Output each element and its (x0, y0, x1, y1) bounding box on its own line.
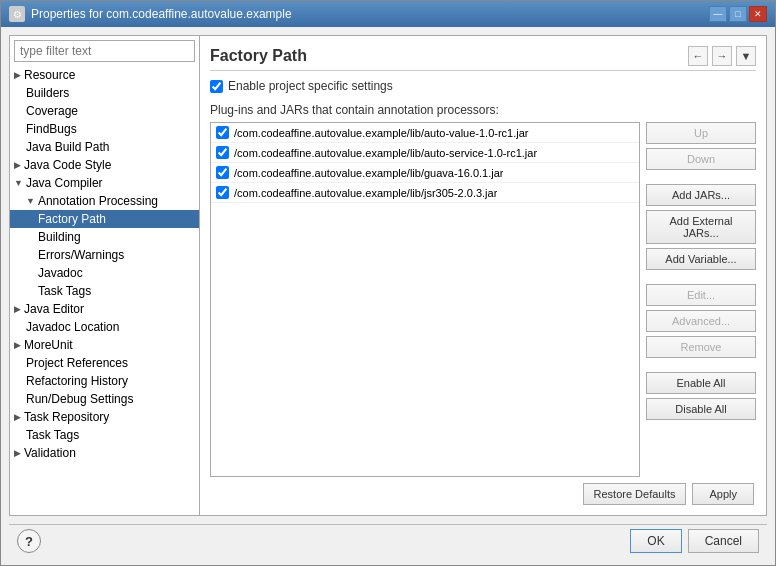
sidebar-item-label: Java Build Path (26, 140, 109, 154)
up-button[interactable]: Up (646, 122, 756, 144)
sidebar-item-label: Coverage (26, 104, 78, 118)
apply-button[interactable]: Apply (692, 483, 754, 505)
sidebar-item-java-compiler[interactable]: ▼ Java Compiler (10, 174, 199, 192)
window-icon: ⚙ (9, 6, 25, 22)
back-button[interactable]: ← (688, 46, 708, 66)
sidebar-item-project-references[interactable]: Project References (10, 354, 199, 372)
add-external-jars-button[interactable]: Add External JARs... (646, 210, 756, 244)
jars-list[interactable]: /com.codeaffine.autovalue.example/lib/au… (210, 122, 640, 477)
enable-project-settings-checkbox[interactable] (210, 80, 223, 93)
add-variable-button[interactable]: Add Variable... (646, 248, 756, 270)
expand-arrow: ▶ (14, 340, 21, 350)
plugins-label: Plug-ins and JARs that contain annotatio… (210, 103, 756, 117)
panel-toolbar: ← → ▼ (688, 46, 756, 66)
jar-item-4[interactable]: /com.codeaffine.autovalue.example/lib/js… (211, 183, 639, 203)
sidebar-item-label: Annotation Processing (38, 194, 158, 208)
dialog-content: ▶ Resource Builders Coverage FindBugs (1, 27, 775, 565)
disable-all-button[interactable]: Disable All (646, 398, 756, 420)
sidebar-item-label: Java Code Style (24, 158, 111, 172)
maximize-button[interactable]: □ (729, 6, 747, 22)
down-button[interactable]: Down (646, 148, 756, 170)
sidebar-item-java-code-style[interactable]: ▶ Java Code Style (10, 156, 199, 174)
properties-dialog: ⚙ Properties for com.codeaffine.autovalu… (0, 0, 776, 566)
minimize-button[interactable]: — (709, 6, 727, 22)
bottom-bar: Restore Defaults Apply (210, 477, 756, 505)
jar-checkbox-4[interactable] (216, 186, 229, 199)
sidebar-item-label: Task Tags (38, 284, 91, 298)
dialog-bottom: ? OK Cancel (9, 524, 767, 557)
sidebar-item-coverage[interactable]: Coverage (10, 102, 199, 120)
sidebar-item-refactoring-history[interactable]: Refactoring History (10, 372, 199, 390)
jar-checkbox-3[interactable] (216, 166, 229, 179)
panel-body: /com.codeaffine.autovalue.example/lib/au… (210, 122, 756, 477)
add-jars-button[interactable]: Add JARs... (646, 184, 756, 206)
sidebar-item-task-tags2[interactable]: Task Tags (10, 426, 199, 444)
sidebar-item-javadoc[interactable]: Javadoc (10, 264, 199, 282)
sidebar-item-moreunit[interactable]: ▶ MoreUnit (10, 336, 199, 354)
action-buttons: Up Down Add JARs... Add External JARs...… (646, 122, 756, 477)
jar-checkbox-2[interactable] (216, 146, 229, 159)
enable-project-settings-label: Enable project specific settings (228, 79, 393, 93)
sidebar-item-building[interactable]: Building (10, 228, 199, 246)
jar-item-3[interactable]: /com.codeaffine.autovalue.example/lib/gu… (211, 163, 639, 183)
jar-path-4: /com.codeaffine.autovalue.example/lib/js… (234, 187, 497, 199)
jar-checkbox-1[interactable] (216, 126, 229, 139)
sidebar-item-task-repository[interactable]: ▶ Task Repository (10, 408, 199, 426)
sidebar-item-label: Task Tags (26, 428, 79, 442)
expand-arrow: ▶ (14, 412, 21, 422)
dialog-bottom-buttons: OK Cancel (630, 529, 759, 553)
titlebar-left: ⚙ Properties for com.codeaffine.autovalu… (9, 6, 292, 22)
titlebar-buttons: — □ ✕ (709, 6, 767, 22)
jar-path-1: /com.codeaffine.autovalue.example/lib/au… (234, 127, 529, 139)
sidebar-item-label: Java Compiler (26, 176, 103, 190)
restore-defaults-button[interactable]: Restore Defaults (583, 483, 687, 505)
sidebar-item-resource[interactable]: ▶ Resource (10, 66, 199, 84)
sidebar-item-label: FindBugs (26, 122, 77, 136)
dropdown-button[interactable]: ▼ (736, 46, 756, 66)
edit-button[interactable]: Edit... (646, 284, 756, 306)
close-button[interactable]: ✕ (749, 6, 767, 22)
ok-button[interactable]: OK (630, 529, 681, 553)
cancel-button[interactable]: Cancel (688, 529, 759, 553)
jar-item-2[interactable]: /com.codeaffine.autovalue.example/lib/au… (211, 143, 639, 163)
sidebar-item-label: Java Editor (24, 302, 84, 316)
filter-input[interactable] (14, 40, 195, 62)
enable-all-button[interactable]: Enable All (646, 372, 756, 394)
right-panel: Factory Path ← → ▼ Enable project specif… (200, 36, 766, 515)
sidebar-item-java-build-path[interactable]: Java Build Path (10, 138, 199, 156)
sidebar-item-java-editor[interactable]: ▶ Java Editor (10, 300, 199, 318)
sidebar-item-builders[interactable]: Builders (10, 84, 199, 102)
sidebar-item-findbugs[interactable]: FindBugs (10, 120, 199, 138)
sidebar-item-label: MoreUnit (24, 338, 73, 352)
expand-arrow: ▼ (26, 196, 35, 206)
sidebar-item-label: Building (38, 230, 81, 244)
sidebar-item-javadoc-location[interactable]: Javadoc Location (10, 318, 199, 336)
sidebar-item-annotation-processing[interactable]: ▼ Annotation Processing (10, 192, 199, 210)
sidebar-item-factory-path[interactable]: Factory Path (10, 210, 199, 228)
sidebar-item-label: Project References (26, 356, 128, 370)
sidebar-item-validation[interactable]: ▶ Validation (10, 444, 199, 462)
sidebar: ▶ Resource Builders Coverage FindBugs (10, 36, 200, 515)
enable-checkbox-row: Enable project specific settings (210, 79, 756, 93)
panel-title-text: Factory Path (210, 47, 307, 65)
remove-button[interactable]: Remove (646, 336, 756, 358)
jar-item-1[interactable]: /com.codeaffine.autovalue.example/lib/au… (211, 123, 639, 143)
main-area: ▶ Resource Builders Coverage FindBugs (9, 35, 767, 516)
bottom-right-buttons: Restore Defaults Apply (583, 483, 754, 505)
jar-path-2: /com.codeaffine.autovalue.example/lib/au… (234, 147, 537, 159)
advanced-button[interactable]: Advanced... (646, 310, 756, 332)
help-button[interactable]: ? (17, 529, 41, 553)
sidebar-item-label: Errors/Warnings (38, 248, 124, 262)
sidebar-item-run-debug-settings[interactable]: Run/Debug Settings (10, 390, 199, 408)
sidebar-item-label: Validation (24, 446, 76, 460)
sidebar-item-label: Task Repository (24, 410, 109, 424)
sidebar-item-label: Refactoring History (26, 374, 128, 388)
tree: ▶ Resource Builders Coverage FindBugs (10, 66, 199, 515)
sidebar-item-label: Javadoc Location (26, 320, 119, 334)
forward-button[interactable]: → (712, 46, 732, 66)
sidebar-item-label: Builders (26, 86, 69, 100)
sidebar-item-errors-warnings[interactable]: Errors/Warnings (10, 246, 199, 264)
panel-header: Factory Path ← → ▼ (210, 46, 756, 71)
expand-arrow: ▼ (14, 178, 23, 188)
sidebar-item-task-tags[interactable]: Task Tags (10, 282, 199, 300)
